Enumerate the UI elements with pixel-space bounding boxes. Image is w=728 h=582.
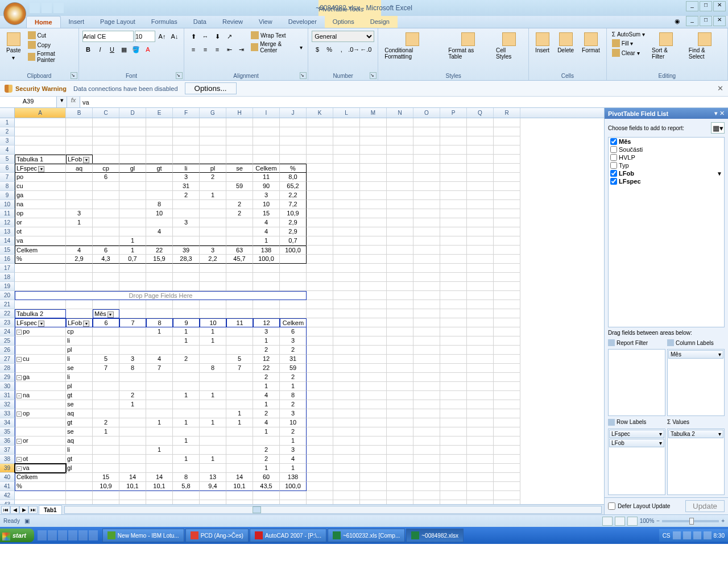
cell[interactable]: Tabulka 1 [15,155,66,164]
fill-button[interactable]: Fill ▾ [610,39,647,48]
cell[interactable] [494,209,520,218]
row-header[interactable]: 22 [0,309,15,318]
copy-button[interactable]: Copy [26,40,75,49]
cell[interactable] [146,264,173,273]
cell[interactable]: 1 [200,455,226,464]
cell[interactable] [119,446,146,455]
cell[interactable] [360,409,387,418]
cell[interactable] [467,482,494,491]
cell[interactable] [387,327,413,336]
cell[interactable] [467,291,494,300]
cell[interactable]: 1 [146,446,173,455]
cell[interactable] [307,127,333,136]
cell[interactable] [253,491,280,500]
cell[interactable] [119,418,146,427]
cell[interactable] [226,436,253,446]
insert-cells-button[interactable]: Insert [532,31,552,55]
cell[interactable] [387,173,413,182]
cell[interactable] [15,427,66,436]
cut-button[interactable]: Cut [26,31,75,40]
cell[interactable] [360,218,387,227]
cell[interactable] [440,309,467,318]
cell[interactable] [146,491,173,500]
field-item[interactable]: Měs [609,138,724,146]
cell[interactable] [387,364,413,373]
cell[interactable]: aq [66,436,93,446]
cell[interactable] [226,227,253,236]
sort-filter-button[interactable]: Sort & Filter [649,31,684,61]
cell[interactable] [467,446,494,455]
cell[interactable] [119,218,146,227]
row-header[interactable]: 39 [0,464,15,473]
tab-design[interactable]: Design [362,16,398,28]
cell[interactable] [333,400,360,409]
cell[interactable] [307,291,333,300]
cell[interactable] [119,309,146,318]
cell[interactable] [307,318,333,327]
cell[interactable]: 9,4 [200,482,226,491]
cell[interactable] [93,391,119,400]
cell[interactable] [200,427,226,436]
cell[interactable] [494,191,520,200]
cell[interactable] [146,346,173,355]
cell[interactable] [307,382,333,391]
cell[interactable] [146,300,173,309]
cell[interactable] [413,482,440,491]
doc-restore-button[interactable]: □ [700,16,712,26]
cell[interactable]: 10,9 [280,209,307,218]
cell[interactable] [93,136,119,146]
cell[interactable]: Celkem [253,164,280,173]
cell[interactable] [93,500,119,504]
cell[interactable]: 1 [280,436,307,446]
security-close-button[interactable]: ✕ [717,84,723,93]
cell[interactable]: cp [93,164,119,173]
cell[interactable]: 6 [93,173,119,182]
col-header[interactable]: O [413,108,440,118]
cell[interactable]: 4 [280,455,307,464]
area-item[interactable]: LFspec▾ [609,430,664,438]
cell[interactable] [333,391,360,400]
cell[interactable] [93,400,119,409]
cell[interactable]: 1 [200,418,226,427]
tab-nav-prev[interactable]: ◀ [10,506,19,514]
cell[interactable] [413,346,440,355]
cell[interactable] [360,436,387,446]
cell[interactable] [387,382,413,391]
cell[interactable] [387,355,413,364]
cell[interactable] [307,200,333,209]
cell[interactable] [200,155,226,164]
cell[interactable] [226,236,253,246]
cell[interactable] [66,300,93,309]
cell[interactable] [146,427,173,436]
cell[interactable]: 8 [280,391,307,400]
cell[interactable] [360,382,387,391]
defer-update-checkbox[interactable] [608,502,615,510]
cell[interactable] [307,300,333,309]
cell[interactable] [119,427,146,436]
cell[interactable]: 3 [173,218,200,227]
cell[interactable] [440,336,467,346]
cell[interactable] [333,218,360,227]
cell[interactable] [146,182,173,191]
cell[interactable] [66,191,93,200]
cell[interactable] [307,191,333,200]
cell[interactable] [253,118,280,127]
cell[interactable] [93,264,119,273]
cell[interactable] [494,146,520,155]
clipboard-dialog-launcher[interactable]: ↘ [71,72,77,79]
row-header[interactable]: 7 [0,173,15,182]
cell[interactable] [280,300,307,309]
row-header[interactable]: 5 [0,155,15,164]
cell[interactable] [200,127,226,136]
cell[interactable] [467,336,494,346]
cell[interactable]: 0,7 [119,255,146,264]
row-header[interactable]: 14 [0,236,15,246]
align-bottom-button[interactable]: ⬇ [212,31,223,42]
cell[interactable] [360,236,387,246]
grow-font-button[interactable]: A↑ [156,31,168,42]
cell[interactable]: % [280,164,307,173]
cell[interactable]: 1 [200,327,226,336]
cell[interactable] [440,209,467,218]
cell[interactable] [494,418,520,427]
cell[interactable] [413,146,440,155]
